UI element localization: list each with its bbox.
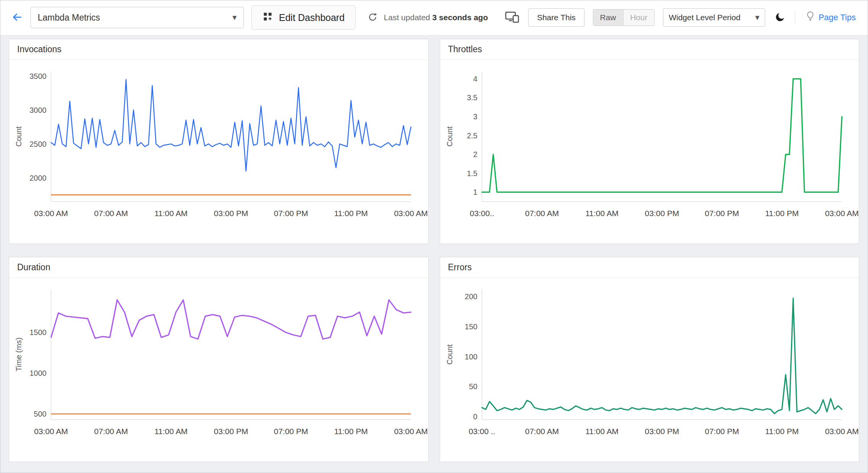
y-tick-label: 2.5 bbox=[467, 131, 477, 140]
y-tick-label: 3.5 bbox=[467, 93, 477, 102]
x-tick-label: 03:00 PM bbox=[214, 427, 248, 436]
dashboard-grid: Invocations 200025003000350003:00 AM07:0… bbox=[9, 39, 859, 462]
x-tick-label: 03:00.. bbox=[469, 209, 494, 218]
widget-title: Throttles bbox=[440, 39, 859, 60]
devices-icon bbox=[505, 11, 519, 24]
x-tick-label: 11:00 PM bbox=[334, 209, 368, 218]
period-mode-hour[interactable]: Hour bbox=[623, 10, 655, 26]
x-tick-label: 07:00 PM bbox=[705, 427, 739, 436]
x-tick-label: 03:00 AM bbox=[825, 209, 859, 218]
divider bbox=[795, 11, 795, 24]
y-tick-label: 2000 bbox=[29, 174, 46, 182]
y-tick-label: 150 bbox=[464, 322, 477, 331]
widget-errors: Errors 05010015020003:00 ..07:00 AM11:00… bbox=[440, 257, 860, 462]
dark-mode-button[interactable] bbox=[774, 11, 786, 25]
toolbar-right-group: Share This Raw Hour Widget Level Period … bbox=[504, 8, 858, 27]
invocations-chart: 200025003000350003:00 AM07:00 AM11:00 AM… bbox=[9, 60, 428, 244]
duration-chart: 5001000150003:00 AM07:00 AM11:00 AM03:00… bbox=[9, 278, 428, 462]
y-tick-label: 1.5 bbox=[467, 169, 477, 178]
widget-duration: Duration 5001000150003:00 AM07:00 AM11:0… bbox=[9, 257, 429, 462]
dashboard-selector-value: Lambda Metrics bbox=[38, 13, 100, 23]
widget-title: Invocations bbox=[9, 39, 428, 60]
last-updated-value: 3 seconds ago bbox=[432, 13, 488, 22]
y-tick-label: 1 bbox=[473, 188, 477, 196]
widget-title: Duration bbox=[9, 257, 428, 278]
x-tick-label: 07:00 AM bbox=[94, 209, 128, 218]
y-tick-label: 1500 bbox=[29, 328, 46, 337]
x-tick-label: 07:00 PM bbox=[274, 209, 308, 218]
x-tick-label: 11:00 AM bbox=[154, 209, 187, 218]
widget-level-period-value: Widget Level Period bbox=[669, 13, 740, 22]
y-tick-label: 100 bbox=[464, 353, 477, 361]
chevron-down-icon: ▾ bbox=[232, 13, 237, 22]
moon-icon bbox=[774, 11, 786, 24]
y-axis-title: Count bbox=[445, 126, 453, 147]
x-tick-label: 03:00 AM bbox=[34, 427, 68, 436]
last-updated: Last updated 3 seconds ago bbox=[384, 13, 488, 22]
y-tick-label: 3500 bbox=[29, 72, 46, 80]
dashboard-grid-icon bbox=[263, 11, 273, 24]
x-tick-label: 03:00 AM bbox=[34, 209, 68, 218]
edit-dashboard-label: Edit Dashboard bbox=[279, 12, 344, 23]
y-tick-label: 50 bbox=[469, 382, 477, 391]
x-tick-label: 07:00 AM bbox=[94, 427, 128, 436]
widget-level-period-selector[interactable]: Widget Level Period ▾ bbox=[663, 8, 765, 27]
devices-button[interactable] bbox=[504, 10, 520, 25]
errors-chart: 05010015020003:00 ..07:00 AM11:00 AM03:0… bbox=[440, 278, 859, 462]
x-tick-label: 07:00 PM bbox=[274, 427, 308, 436]
period-mode-raw[interactable]: Raw bbox=[593, 10, 623, 26]
x-tick-label: 07:00 AM bbox=[525, 427, 559, 436]
y-tick-label: 4 bbox=[473, 75, 477, 83]
arrow-left-icon bbox=[11, 11, 23, 24]
toolbar: Lambda Metrics ▾ Edit Dashboard Last upd… bbox=[0, 0, 868, 35]
x-tick-label: 11:00 AM bbox=[585, 427, 618, 436]
x-tick-label: 03:00 AM bbox=[825, 427, 859, 436]
x-tick-label: 03:00 AM bbox=[394, 209, 428, 218]
x-tick-label: 03:00 .. bbox=[468, 427, 495, 436]
refresh-button[interactable] bbox=[367, 11, 378, 24]
x-tick-label: 11:00 AM bbox=[585, 209, 618, 218]
dashboard-selector[interactable]: Lambda Metrics ▾ bbox=[30, 7, 244, 28]
last-updated-prefix: Last updated bbox=[384, 13, 430, 22]
y-tick-label: 1000 bbox=[29, 369, 46, 377]
widget-throttles: Throttles 11.522.533.5403:00..07:00 AM11… bbox=[440, 39, 860, 244]
y-tick-label: 3000 bbox=[29, 106, 46, 114]
share-this-button[interactable]: Share This bbox=[528, 8, 584, 27]
y-axis-title: Count bbox=[14, 126, 23, 147]
y-tick-label: 500 bbox=[34, 410, 46, 418]
x-tick-label: 03:00 PM bbox=[214, 209, 248, 218]
period-mode-toggle: Raw Hour bbox=[593, 9, 655, 26]
chevron-down-icon: ▾ bbox=[755, 13, 759, 22]
series-line bbox=[482, 79, 842, 192]
x-tick-label: 07:00 AM bbox=[525, 209, 559, 218]
x-tick-label: 11:00 PM bbox=[334, 427, 368, 436]
throttles-chart: 11.522.533.5403:00..07:00 AM11:00 AM03:0… bbox=[440, 60, 859, 244]
y-tick-label: 0 bbox=[473, 412, 477, 421]
page-tips-label: Page Tips bbox=[818, 13, 856, 22]
x-tick-label: 11:00 PM bbox=[765, 209, 798, 218]
refresh-icon bbox=[368, 12, 378, 23]
lightbulb-icon bbox=[806, 11, 815, 24]
series-line bbox=[482, 298, 842, 414]
page-tips-link[interactable]: Page Tips bbox=[804, 11, 858, 25]
x-tick-label: 03:00 AM bbox=[394, 427, 428, 436]
y-tick-label: 2 bbox=[473, 150, 477, 159]
widget-title: Errors bbox=[440, 257, 859, 278]
widget-invocations: Invocations 200025003000350003:00 AM07:0… bbox=[9, 39, 429, 244]
x-tick-label: 07:00 PM bbox=[705, 209, 739, 218]
x-tick-label: 11:00 PM bbox=[765, 427, 798, 436]
x-tick-label: 03:00 PM bbox=[645, 209, 679, 218]
y-axis-title: Time (ms) bbox=[14, 337, 23, 371]
y-axis-title: Count bbox=[445, 344, 453, 365]
y-tick-label: 3 bbox=[473, 112, 477, 121]
back-button[interactable] bbox=[10, 10, 24, 26]
series-line bbox=[51, 300, 411, 339]
x-tick-label: 03:00 PM bbox=[645, 427, 679, 436]
y-tick-label: 200 bbox=[464, 292, 477, 301]
edit-dashboard-button[interactable]: Edit Dashboard bbox=[251, 5, 356, 30]
series-line bbox=[51, 79, 411, 171]
x-tick-label: 11:00 AM bbox=[154, 427, 187, 436]
y-tick-label: 2500 bbox=[29, 140, 46, 148]
